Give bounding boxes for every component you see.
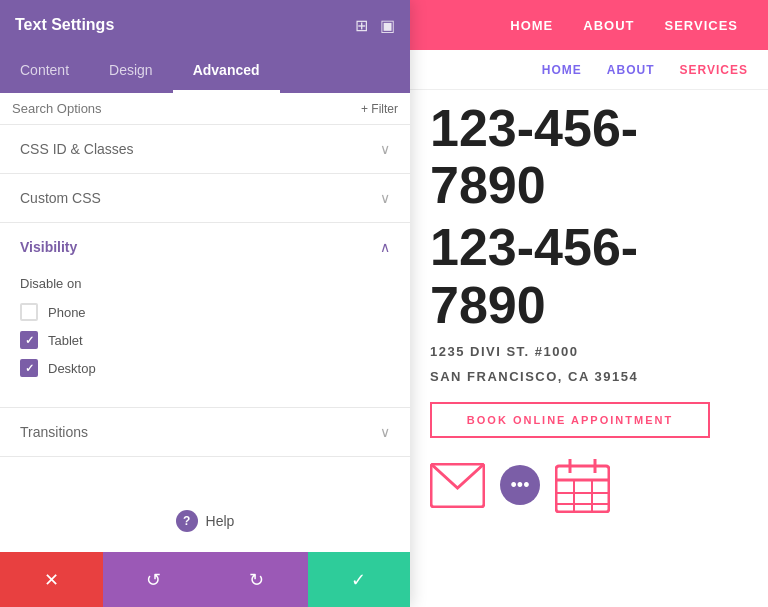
desktop-checkbox-item: Desktop bbox=[20, 359, 390, 377]
custom-css-header[interactable]: Custom CSS ∨ bbox=[0, 174, 410, 222]
help-icon[interactable]: ? bbox=[176, 510, 198, 532]
transitions-label: Transitions bbox=[20, 424, 88, 440]
css-id-classes-chevron: ∨ bbox=[380, 141, 390, 157]
contact-icons-row: ••• bbox=[430, 458, 748, 513]
second-nav-home[interactable]: HOME bbox=[542, 63, 582, 77]
panel-title: Text Settings bbox=[15, 16, 114, 34]
svg-rect-1 bbox=[556, 466, 609, 512]
help-label: Help bbox=[206, 513, 235, 529]
split-icon[interactable]: ▣ bbox=[380, 16, 395, 35]
panel-content: CSS ID & Classes ∨ Custom CSS ∨ Visibili… bbox=[0, 125, 410, 490]
address-line-1: 1235 DIVI ST. #1000 bbox=[430, 344, 748, 359]
transitions-section: Transitions ∨ bbox=[0, 408, 410, 457]
tablet-checkbox[interactable] bbox=[20, 331, 38, 349]
visibility-chevron: ∧ bbox=[380, 239, 390, 255]
phone-number-1: 123-456-7890 bbox=[430, 100, 748, 214]
desktop-checkbox-label: Desktop bbox=[48, 361, 96, 376]
visibility-content: Disable on Phone Tablet Desktop bbox=[0, 271, 410, 407]
book-appointment-button[interactable]: BOOK ONLINE APPOINTMENT bbox=[430, 402, 710, 438]
second-nav-about[interactable]: ABOUT bbox=[607, 63, 655, 77]
nav-link-about[interactable]: ABOUT bbox=[583, 18, 634, 33]
dots-menu-button[interactable]: ••• bbox=[500, 465, 540, 505]
tab-advanced[interactable]: Advanced bbox=[173, 50, 280, 93]
panel-tabs: Content Design Advanced bbox=[0, 50, 410, 93]
phone-number-2: 123-456-7890 bbox=[430, 219, 748, 333]
visibility-header[interactable]: Visibility ∧ bbox=[0, 223, 410, 271]
second-nav-services[interactable]: SERVICES bbox=[680, 63, 748, 77]
tablet-checkbox-label: Tablet bbox=[48, 333, 83, 348]
phone-checkbox-label: Phone bbox=[48, 305, 86, 320]
transitions-chevron: ∨ bbox=[380, 424, 390, 440]
css-id-classes-header[interactable]: CSS ID & Classes ∨ bbox=[0, 125, 410, 173]
phone-checkbox[interactable] bbox=[20, 303, 38, 321]
disable-on-label: Disable on bbox=[20, 276, 390, 291]
tab-content[interactable]: Content bbox=[0, 50, 89, 93]
visibility-label: Visibility bbox=[20, 239, 77, 255]
custom-css-chevron: ∨ bbox=[380, 190, 390, 206]
css-id-classes-label: CSS ID & Classes bbox=[20, 141, 134, 157]
cancel-button[interactable]: ✕ bbox=[0, 552, 103, 607]
dots-icon: ••• bbox=[511, 475, 530, 496]
panel-header: Text Settings ⊞ ▣ bbox=[0, 0, 410, 50]
save-button[interactable]: ✓ bbox=[308, 552, 411, 607]
contact-area: 123-456-7890 123-456-7890 1235 DIVI ST. … bbox=[410, 90, 768, 523]
second-nav-bar: HOME ABOUT SERVICES bbox=[410, 50, 768, 90]
mail-icon bbox=[430, 463, 485, 508]
help-area: ? Help bbox=[0, 490, 410, 552]
custom-css-label: Custom CSS bbox=[20, 190, 101, 206]
tablet-checkbox-item: Tablet bbox=[20, 331, 390, 349]
expand-icon[interactable]: ⊞ bbox=[355, 16, 368, 35]
search-bar: + Filter bbox=[0, 93, 410, 125]
phone-checkbox-item: Phone bbox=[20, 303, 390, 321]
panel-footer: ✕ ↺ ↻ ✓ bbox=[0, 552, 410, 607]
nav-link-services[interactable]: SERVICES bbox=[664, 18, 738, 33]
tab-design[interactable]: Design bbox=[89, 50, 173, 93]
custom-css-section: Custom CSS ∨ bbox=[0, 174, 410, 223]
nav-link-home[interactable]: HOME bbox=[510, 18, 553, 33]
search-input[interactable] bbox=[12, 101, 353, 116]
visibility-section: Visibility ∧ Disable on Phone Tablet Des… bbox=[0, 223, 410, 408]
desktop-checkbox[interactable] bbox=[20, 359, 38, 377]
calendar-icon bbox=[555, 458, 610, 513]
filter-button[interactable]: + Filter bbox=[361, 102, 398, 116]
address-line-2: SAN FRANCISCO, CA 39154 bbox=[430, 369, 748, 384]
css-id-classes-section: CSS ID & Classes ∨ bbox=[0, 125, 410, 174]
transitions-header[interactable]: Transitions ∨ bbox=[0, 408, 410, 456]
undo-button[interactable]: ↺ bbox=[103, 552, 206, 607]
redo-button[interactable]: ↻ bbox=[205, 552, 308, 607]
settings-panel: Text Settings ⊞ ▣ Content Design Advance… bbox=[0, 0, 410, 607]
panel-header-icons: ⊞ ▣ bbox=[355, 16, 395, 35]
